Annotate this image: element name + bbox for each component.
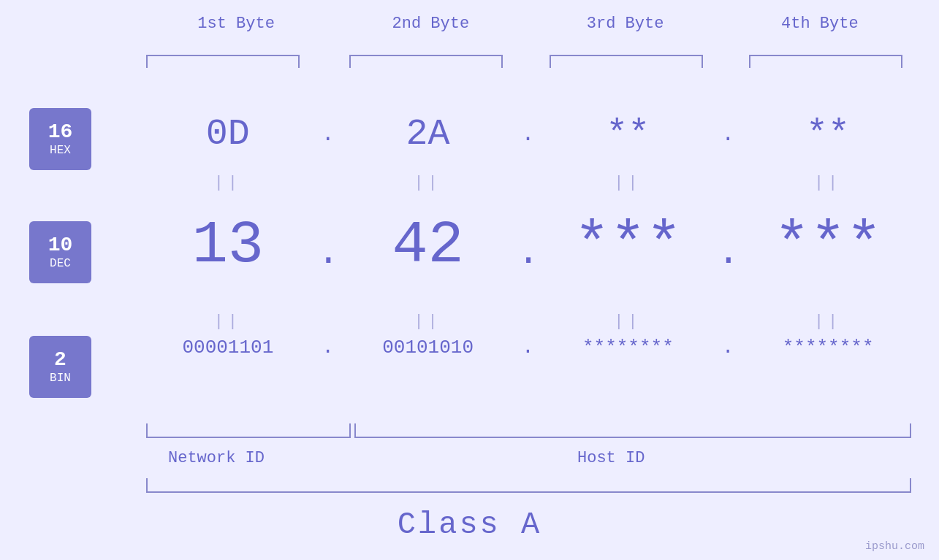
network-id-bracket: [146, 423, 351, 438]
bracket-top-3: [550, 55, 703, 68]
dec-row: 13 . 42 . *** . ***: [139, 212, 917, 280]
bin-byte-2: 00101010: [339, 337, 517, 358]
dec-dot-3: .: [717, 217, 739, 275]
column-headers: 1st Byte 2nd Byte 3rd Byte 4th Byte: [139, 15, 917, 33]
hex-row: 0D . 2A . ** . **: [139, 113, 917, 155]
full-bottom-bracket: [146, 478, 911, 493]
hex-byte-1: 0D: [139, 113, 317, 155]
dec-byte-4: ***: [739, 212, 917, 280]
eq1-dot-1: .: [317, 174, 339, 192]
hex-label-num: 16: [48, 121, 73, 144]
eq2-dot-2: .: [517, 312, 539, 331]
eq2-2: ||: [339, 312, 517, 331]
col-header-3: 3rd Byte: [528, 15, 723, 33]
hex-byte-2: 2A: [339, 113, 517, 155]
eq2-dot-1: .: [317, 312, 339, 331]
eq2-1: ||: [139, 312, 317, 331]
col-header-4: 4th Byte: [723, 15, 917, 33]
bin-label-num: 2: [54, 349, 66, 372]
hex-label-box: 16 HEX: [29, 108, 91, 170]
bin-dot-1: .: [317, 336, 339, 358]
bin-byte-1: 00001101: [139, 337, 317, 358]
eq2-3: ||: [539, 312, 718, 331]
hex-byte-4: **: [739, 113, 917, 155]
bin-byte-4: ********: [739, 337, 917, 358]
equals-row-1: || . || . || . ||: [139, 174, 917, 192]
host-id-bracket: [354, 423, 911, 438]
hex-dot-3: .: [717, 122, 739, 147]
host-id-label: Host ID: [577, 449, 645, 467]
dec-byte-2: 42: [339, 212, 517, 280]
bracket-top-1: [146, 55, 300, 68]
col-header-1: 1st Byte: [139, 15, 333, 33]
eq1-3: ||: [539, 174, 718, 192]
dec-byte-3: ***: [539, 212, 718, 280]
eq1-dot-3: .: [717, 174, 739, 192]
dec-dot-2: .: [517, 217, 539, 275]
watermark: ipshu.com: [865, 540, 924, 553]
bin-label-txt: BIN: [50, 372, 71, 385]
main-container: 1st Byte 2nd Byte 3rd Byte 4th Byte 16 H…: [0, 0, 939, 560]
eq2-dot-3: .: [717, 312, 739, 331]
eq2-4: ||: [739, 312, 917, 331]
col-header-2: 2nd Byte: [333, 15, 528, 33]
bin-dot-3: .: [717, 336, 739, 358]
class-label: Class A: [0, 507, 939, 542]
eq1-1: ||: [139, 174, 317, 192]
eq1-2: ||: [339, 174, 517, 192]
bin-byte-3: ********: [539, 337, 718, 358]
hex-dot-1: .: [317, 122, 339, 147]
bin-row: 00001101 . 00101010 . ******** . *******…: [139, 336, 917, 358]
dec-label-num: 10: [48, 234, 73, 257]
hex-dot-2: .: [517, 122, 539, 147]
dec-byte-1: 13: [139, 212, 317, 280]
dec-label-txt: DEC: [50, 257, 71, 270]
bracket-top-4: [749, 55, 902, 68]
bin-label-box: 2 BIN: [29, 336, 91, 398]
network-id-label: Network ID: [168, 449, 265, 467]
eq1-4: ||: [739, 174, 917, 192]
hex-label-txt: HEX: [50, 144, 71, 157]
bin-dot-2: .: [517, 336, 539, 358]
equals-row-2: || . || . || . ||: [139, 312, 917, 331]
bracket-top-2: [349, 55, 503, 68]
dec-dot-1: .: [317, 217, 339, 275]
eq1-dot-2: .: [517, 174, 539, 192]
hex-byte-3: **: [539, 113, 718, 155]
dec-label-box: 10 DEC: [29, 221, 91, 283]
